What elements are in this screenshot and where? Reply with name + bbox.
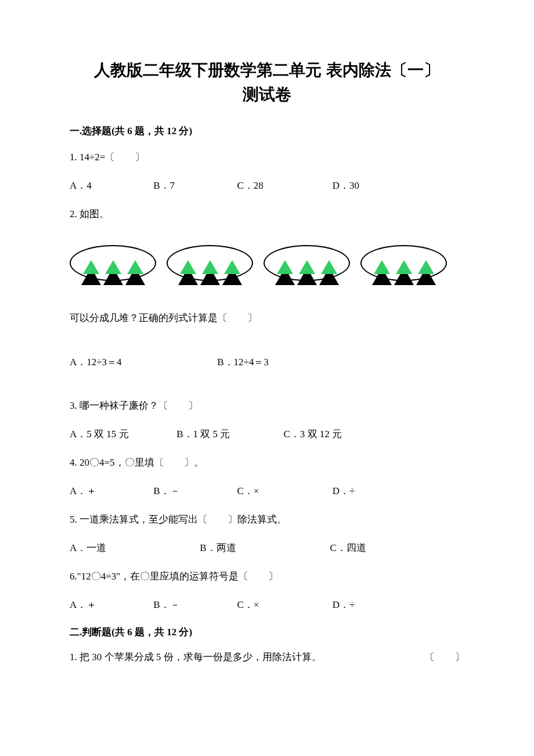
q3-option-c: C．3 双 12 元	[284, 427, 388, 441]
judge-question-1: 1. 把 30 个苹果分成 5 份，求每一份是多少，用除法计算。 〔 〕	[70, 650, 464, 664]
question-2-text: 可以分成几堆？正确的列式计算是〔 〕	[70, 310, 464, 326]
q6-option-c: C．×	[237, 598, 330, 611]
q6-option-d: D．÷	[333, 598, 402, 611]
question-3: 3. 哪一种袜子廉价？〔 〕	[70, 398, 464, 413]
triangle-icon	[372, 258, 392, 268]
q6-option-b: B．－	[153, 598, 234, 611]
title-line-2: 测试卷	[70, 82, 464, 107]
document-title: 人教版二年级下册数学第二单元 表内除法〔一〕 测试卷	[70, 58, 464, 107]
q4-option-d: D．÷	[333, 484, 402, 498]
q3-option-b: B．1 双 5 元	[176, 427, 281, 441]
q4-option-a: A．＋	[70, 484, 151, 498]
q3-option-a: A．5 双 15 元	[70, 427, 174, 441]
question-4-options: A．＋ B．－ C．× D．÷	[70, 484, 464, 498]
judge-1-text: 1. 把 30 个苹果分成 5 份，求每一份是多少，用除法计算。	[70, 650, 322, 664]
question-1: 1. 14÷2=〔 〕	[70, 149, 464, 165]
triangle-icon	[125, 258, 145, 268]
q4-option-c: C．×	[237, 484, 330, 498]
triangle-icon	[200, 258, 220, 268]
ovals-group	[70, 245, 464, 281]
question-4: 4. 20〇4=5，〇里填〔 〕。	[70, 455, 464, 470]
question-5-options: A．一道 B．两道 C．四道	[70, 541, 464, 555]
q5-option-a: A．一道	[70, 541, 197, 555]
q1-option-d: D．30	[333, 179, 402, 192]
question-2-intro: 2. 如图。	[70, 206, 464, 222]
question-6: 6."12〇4=3"，在〇里应填的运算符号是〔 〕	[70, 568, 464, 584]
triangle-icon	[178, 258, 198, 268]
q1-option-a: A．4	[70, 179, 151, 192]
q2-option-b: B．12÷4＝3	[217, 355, 333, 369]
q5-option-b: B．两道	[200, 541, 327, 555]
q1-option-c: C．28	[237, 179, 330, 192]
question-2-options: A．12÷3＝4 B．12÷4＝3	[70, 355, 464, 369]
oval-2	[167, 245, 253, 281]
q4-option-b: B．－	[153, 484, 234, 498]
title-line-1: 人教版二年级下册数学第二单元 表内除法〔一〕	[70, 58, 464, 82]
triangle-icon	[297, 258, 317, 268]
triangle-icon	[81, 258, 101, 268]
judge-1-blank: 〔 〕	[425, 650, 464, 664]
triangle-icon	[222, 258, 242, 268]
oval-3	[264, 245, 350, 281]
q6-option-a: A．＋	[70, 598, 151, 611]
question-2-figure	[70, 245, 464, 281]
oval-4	[360, 245, 447, 281]
oval-1	[70, 245, 156, 281]
triangle-icon	[103, 258, 123, 268]
triangle-icon	[319, 258, 339, 268]
triangle-icon	[416, 258, 436, 268]
triangle-icon	[275, 258, 295, 268]
section-2-header: 二.判断题(共 6 题，共 12 分)	[70, 625, 464, 639]
question-1-options: A．4 B．7 C．28 D．30	[70, 179, 464, 192]
question-5: 5. 一道乘法算式，至少能写出〔 〕除法算式。	[70, 512, 464, 527]
q1-option-b: B．7	[153, 179, 234, 192]
q2-option-a: A．12÷3＝4	[70, 355, 215, 369]
question-6-options: A．＋ B．－ C．× D．÷	[70, 598, 464, 611]
question-3-options: A．5 双 15 元 B．1 双 5 元 C．3 双 12 元	[70, 427, 464, 441]
page: 人教版二年级下册数学第二单元 表内除法〔一〕 测试卷 一.选择题(共 6 题，共…	[0, 0, 534, 712]
section-1-header: 一.选择题(共 6 题，共 12 分)	[70, 124, 464, 138]
triangle-icon	[394, 258, 414, 268]
q5-option-c: C．四道	[330, 541, 435, 555]
